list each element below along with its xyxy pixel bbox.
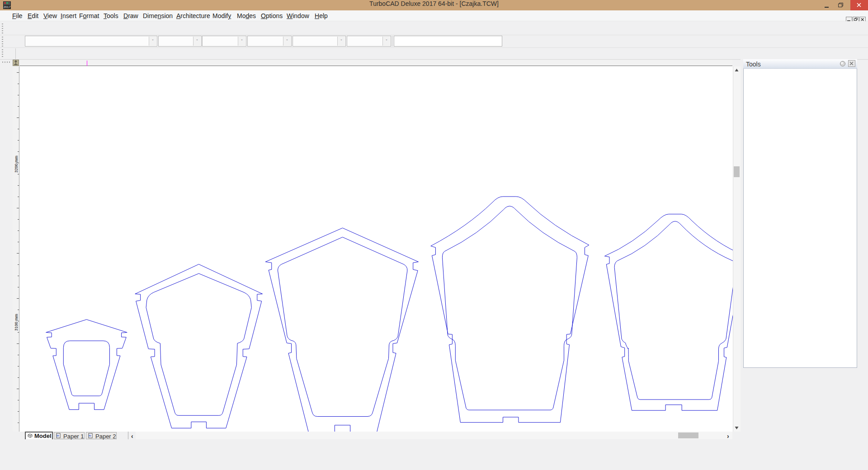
svg-text:2017: 2017 [4, 5, 11, 9]
